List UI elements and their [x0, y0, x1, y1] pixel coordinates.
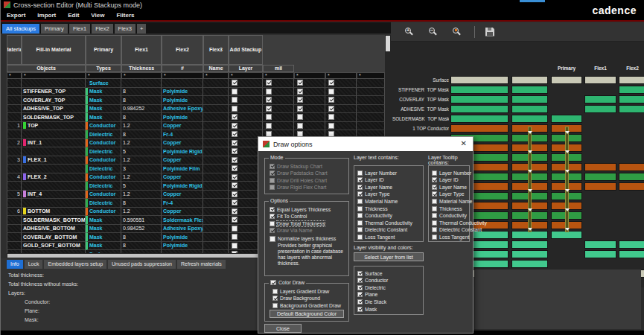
cell-fillin-material[interactable]: [203, 122, 229, 131]
checkbox[interactable]: [270, 221, 275, 226]
cell-fillin-material[interactable]: [203, 233, 229, 242]
menu-item-edit[interactable]: Edit: [62, 12, 85, 19]
cell-fillin-material[interactable]: [203, 165, 229, 173]
cell-layer-type[interactable]: Dielectric: [86, 165, 121, 173]
checkbox[interactable]: [232, 157, 237, 163]
checkbox[interactable]: [297, 97, 303, 103]
chart-bar-surface[interactable]: [584, 76, 616, 84]
cell-material[interactable]: Fr-4: [162, 130, 203, 139]
cell-name[interactable]: TOP: [22, 122, 86, 131]
cell-fillin-material[interactable]: [203, 225, 229, 234]
checkbox[interactable]: [357, 234, 363, 240]
checkbox[interactable]: [297, 106, 303, 112]
checkbox[interactable]: [232, 182, 237, 188]
chart-bar-mask[interactable]: [450, 95, 508, 103]
cell-thickness[interactable]: 1.2: [121, 208, 162, 217]
cell-name[interactable]: SOLDERMASK_TOP: [22, 113, 86, 122]
checkbox[interactable]: [266, 80, 272, 86]
menu-item-filters[interactable]: Filters: [110, 12, 140, 19]
checkbox[interactable]: [357, 278, 363, 283]
cell-stackup-flex1[interactable]: [263, 88, 294, 97]
chart-bar-mask[interactable]: [619, 86, 644, 94]
cell-thickness[interactable]: 8: [121, 233, 162, 242]
checkbox[interactable]: [266, 97, 272, 103]
chart-bar-surface[interactable]: [450, 76, 508, 84]
cell-material[interactable]: Copper: [162, 156, 203, 165]
chart-bar-mask2[interactable]: [511, 260, 548, 268]
header-add-stackup[interactable]: Add Stackup: [229, 35, 263, 65]
checkbox[interactable]: [297, 89, 303, 95]
chart-bar-mask[interactable]: [511, 95, 548, 103]
cell-material[interactable]: Polyimide: [162, 233, 203, 242]
cell-stackup-primary[interactable]: [229, 79, 263, 88]
close-button[interactable]: Close: [264, 324, 302, 333]
cell-material[interactable]: Soldermask Flex...: [162, 216, 203, 225]
chart-bar-mask[interactable]: [450, 115, 508, 123]
checkbox[interactable]: [272, 303, 278, 308]
checkbox[interactable]: [232, 106, 237, 112]
chart-bar-conductor[interactable]: [619, 163, 644, 171]
cell-stackup-primary[interactable]: [229, 96, 263, 105]
cell-material[interactable]: Copper: [162, 139, 203, 148]
checkbox[interactable]: [266, 106, 272, 112]
bottom-tab-refresh-materials[interactable]: Refresh materials: [177, 260, 226, 269]
cell-name[interactable]: ADHESIVE_TOP: [22, 105, 86, 114]
cell-stackup-flex1[interactable]: [263, 105, 294, 114]
checkbox[interactable]: [432, 206, 437, 211]
cell-layer-type[interactable]: Conductor: [86, 122, 121, 131]
checkbox[interactable]: [232, 89, 237, 95]
chart-bar-mask2[interactable]: [584, 240, 616, 249]
zoom-fit-button[interactable]: [452, 27, 462, 37]
cell-thickness[interactable]: 8: [121, 199, 162, 208]
checkbox[interactable]: [232, 243, 237, 249]
cell-layer-type[interactable]: Mask: [86, 225, 121, 234]
checkbox[interactable]: [297, 114, 303, 120]
chart-bar-mask2[interactable]: [619, 250, 644, 258]
checkbox[interactable]: [432, 213, 437, 218]
select-layer-button[interactable]: Select Layer from list: [354, 252, 424, 261]
cell-material[interactable]: Polyimide: [162, 113, 203, 122]
scrollbar-thumb[interactable]: [7, 254, 267, 258]
checkbox[interactable]: [357, 299, 363, 304]
cell-add-stackup[interactable]: [357, 96, 385, 105]
checkbox[interactable]: [232, 131, 237, 137]
cell-layer-type[interactable]: Dielectric: [86, 130, 121, 139]
cell-name[interactable]: [22, 147, 86, 156]
cell-thickness[interactable]: 5: [121, 182, 162, 191]
checkbox[interactable]: [270, 207, 275, 212]
chart-bar-mask[interactable]: [584, 105, 616, 113]
cell-stackup-flex2[interactable]: [294, 122, 325, 131]
cell-stackup-flex2[interactable]: [294, 79, 325, 88]
tab-flex2[interactable]: Flex2: [92, 24, 112, 34]
checkbox[interactable]: [266, 89, 272, 95]
checkbox[interactable]: [272, 289, 278, 294]
cell-thickness[interactable]: 1.2: [121, 139, 162, 148]
cell-fillin-material[interactable]: [203, 139, 229, 148]
cell-layer-type[interactable]: Mask: [86, 216, 121, 225]
cell-name[interactable]: [22, 182, 86, 191]
cell-name[interactable]: ADHESIVE_BOTTOM: [22, 225, 86, 234]
checkbox[interactable]: [432, 177, 437, 182]
chart-bar-dielectric[interactable]: [584, 173, 616, 181]
checkbox[interactable]: [232, 97, 237, 103]
filter-cell[interactable]: *: [325, 72, 357, 79]
cell-fillin-material[interactable]: [203, 208, 229, 217]
cell-stackup-flex3[interactable]: [325, 122, 357, 131]
cell-add-stackup[interactable]: [357, 122, 385, 131]
bottom-tab-unused-pads-suppression[interactable]: Unused pads suppression: [108, 260, 176, 269]
cell-name[interactable]: BOTTOM: [22, 208, 86, 217]
chart-bar-conductor[interactable]: [619, 182, 644, 191]
cell-material[interactable]: Fr-4: [162, 199, 203, 208]
filter-cell[interactable]: *: [294, 72, 325, 79]
chart-bar-dielectric[interactable]: [619, 173, 644, 181]
checkbox[interactable]: [357, 199, 363, 204]
cell-material[interactable]: Polyimide Film: [162, 165, 203, 173]
cell-layer-type[interactable]: Mask: [86, 113, 121, 122]
checkbox[interactable]: [328, 123, 334, 129]
checkbox[interactable]: [232, 208, 237, 214]
checkbox[interactable]: [232, 191, 237, 197]
cell-name[interactable]: [22, 130, 86, 139]
cell-material[interactable]: Copper: [162, 191, 203, 200]
checkbox[interactable]: [272, 296, 278, 301]
cell-name[interactable]: [22, 79, 86, 88]
